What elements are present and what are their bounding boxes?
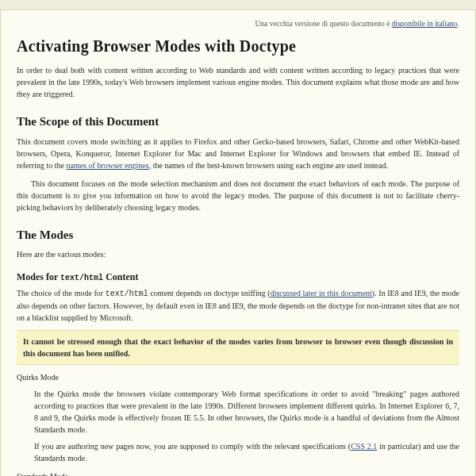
scope-paragraph-1: This document covers mode switching as i… [17,136,459,171]
quirks-def: In the Quirks mode the browsers violate … [34,388,459,464]
modes-list: Quirks Mode In the Quirks mode the brows… [17,371,459,476]
callout-box: It cannot be stressed enough that the ex… [17,330,459,365]
language-notice: Una vecchia versione di questo documento… [17,18,459,29]
modes-heading: The Modes [17,226,459,244]
discussed-later-link[interactable]: discussed later in this document [271,289,372,298]
quirks-term: Quirks Mode [17,371,459,383]
modes-lead: Here are the various modes: [17,248,459,260]
modes-subparagraph: The choice of the mode for text/html con… [17,287,459,324]
css21-link[interactable]: CSS 2.1 [351,442,377,451]
notice-suffix: . [458,20,459,28]
intro-paragraph: In order to deal both with content writt… [17,64,459,100]
modes-subheading: Modes for text/html Content [17,270,459,284]
code-text-html: text/html [60,274,103,282]
page-title: Activating Browser Modes with Doctype [17,34,459,58]
scope-heading: The Scope of this Document [17,113,459,131]
engines-link[interactable]: names of browser engines [66,161,148,170]
notice-prefix: Una vecchia versione di questo documento… [255,20,392,28]
scope-paragraph-2: This document focuses on the mode select… [17,178,459,213]
standards-term: Standards Mode [17,470,459,476]
italian-link[interactable]: disponibile in italiano [392,20,458,28]
document-page: Una vecchia versione di questo documento… [0,10,476,476]
